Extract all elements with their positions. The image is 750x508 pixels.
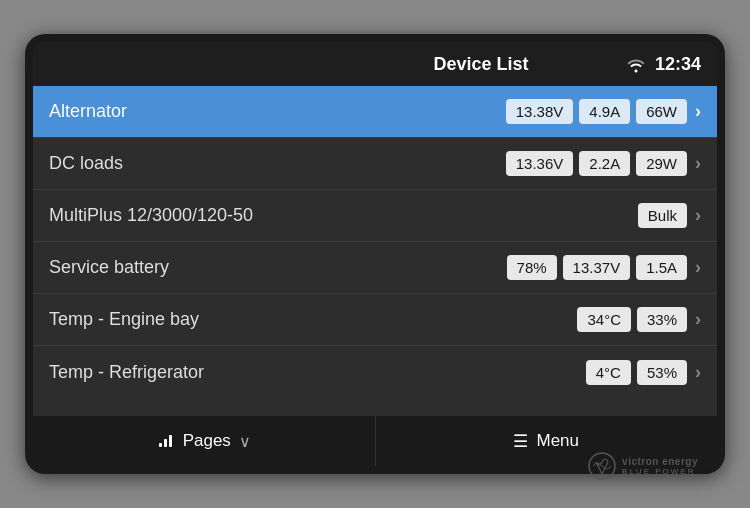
device-frame: Device List 12:34 Alternator13.38V4.9A66… — [25, 34, 725, 474]
device-row[interactable]: Alternator13.38V4.9A66W› — [33, 86, 717, 138]
device-name: Temp - Engine bay — [49, 309, 577, 330]
svg-rect-0 — [159, 443, 162, 447]
value-badge: 13.37V — [563, 255, 631, 280]
device-values: 34°C33% — [577, 307, 687, 332]
header-right: 12:34 — [625, 54, 701, 75]
device-values: 13.36V2.2A29W — [506, 151, 687, 176]
value-badge: 4°C — [586, 360, 631, 385]
device-row[interactable]: Temp - Refrigerator4°C53%› — [33, 346, 717, 398]
chevron-right-icon: › — [695, 205, 701, 226]
device-values: 4°C53% — [586, 360, 687, 385]
device-row[interactable]: Temp - Engine bay34°C33%› — [33, 294, 717, 346]
device-values: 13.38V4.9A66W — [506, 99, 687, 124]
page-title: Device List — [337, 54, 625, 75]
value-badge: 53% — [637, 360, 687, 385]
victron-branding: victron energy BLUE POWER — [588, 452, 698, 480]
pages-label: Pages — [183, 431, 231, 451]
victron-logo-icon — [588, 452, 616, 480]
victron-name: victron energy — [622, 456, 698, 467]
header: Device List 12:34 — [33, 42, 717, 86]
pages-button[interactable]: Pages ∨ — [33, 416, 376, 466]
value-badge: 34°C — [577, 307, 631, 332]
device-name: Service battery — [49, 257, 507, 278]
device-name: DC loads — [49, 153, 506, 174]
chevron-right-icon: › — [695, 257, 701, 278]
device-name: Temp - Refrigerator — [49, 362, 586, 383]
menu-icon: ☰ — [513, 431, 528, 452]
value-badge: 66W — [636, 99, 687, 124]
chevron-right-icon: › — [695, 362, 701, 383]
device-list: Alternator13.38V4.9A66W›DC loads13.36V2.… — [33, 86, 717, 416]
value-badge: 78% — [507, 255, 557, 280]
value-badge: 33% — [637, 307, 687, 332]
device-name: MultiPlus 12/3000/120-50 — [49, 205, 638, 226]
value-badge: 4.9A — [579, 99, 630, 124]
device-name: Alternator — [49, 101, 506, 122]
value-badge: 13.38V — [506, 99, 574, 124]
value-badge: 13.36V — [506, 151, 574, 176]
menu-label: Menu — [536, 431, 579, 451]
value-badge: Bulk — [638, 203, 687, 228]
device-values: Bulk — [638, 203, 687, 228]
pages-icon — [157, 431, 175, 452]
chevron-right-icon: › — [695, 309, 701, 330]
device-row[interactable]: MultiPlus 12/3000/120-50Bulk› — [33, 190, 717, 242]
chevron-right-icon: › — [695, 101, 701, 122]
screen: Device List 12:34 Alternator13.38V4.9A66… — [33, 42, 717, 466]
device-row[interactable]: DC loads13.36V2.2A29W› — [33, 138, 717, 190]
victron-tagline: BLUE POWER — [622, 467, 698, 476]
chevron-down-icon: ∨ — [239, 432, 251, 451]
svg-rect-2 — [169, 435, 172, 447]
clock-display: 12:34 — [655, 54, 701, 75]
value-badge: 2.2A — [579, 151, 630, 176]
device-values: 78%13.37V1.5A — [507, 255, 687, 280]
wifi-icon — [625, 55, 647, 73]
value-badge: 29W — [636, 151, 687, 176]
svg-rect-1 — [164, 439, 167, 447]
chevron-right-icon: › — [695, 153, 701, 174]
value-badge: 1.5A — [636, 255, 687, 280]
device-row[interactable]: Service battery78%13.37V1.5A› — [33, 242, 717, 294]
